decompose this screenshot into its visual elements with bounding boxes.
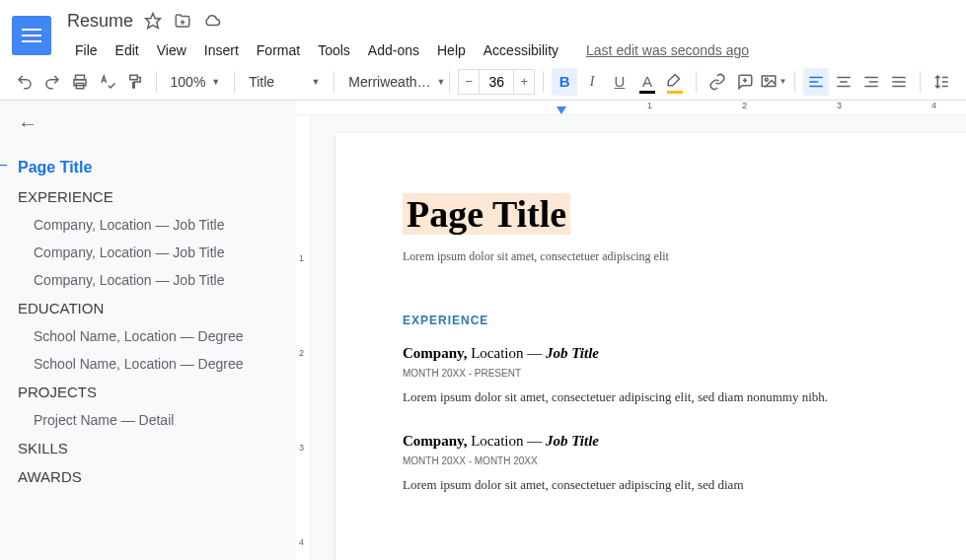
move-icon[interactable] bbox=[173, 11, 192, 31]
vruler-tick: 2 bbox=[299, 348, 304, 358]
header: Resume File Edit View Insert Format Tool… bbox=[0, 0, 966, 63]
align-center-button[interactable] bbox=[831, 68, 856, 96]
entry-date[interactable]: MONTH 20XX - MONTH 20XX bbox=[403, 455, 966, 466]
underline-button[interactable]: U bbox=[607, 68, 632, 96]
separator bbox=[696, 71, 697, 93]
svg-marker-0 bbox=[146, 14, 161, 29]
outline-item[interactable]: Company, Location — Job Title bbox=[18, 266, 278, 294]
entry-body[interactable]: Lorem ipsum dolor sit amet, consectetuer… bbox=[403, 476, 966, 495]
menu-accessibility[interactable]: Accessibility bbox=[476, 38, 566, 62]
cloud-status-icon[interactable] bbox=[202, 11, 222, 31]
align-right-button[interactable] bbox=[858, 68, 884, 96]
indent-marker[interactable] bbox=[557, 106, 566, 114]
menu-edit[interactable]: Edit bbox=[108, 38, 147, 62]
outline-item-title[interactable]: Page Title bbox=[18, 153, 278, 182]
menu-view[interactable]: View bbox=[149, 38, 194, 62]
outline-item[interactable]: SKILLS bbox=[18, 434, 278, 462]
menu-addons[interactable]: Add-ons bbox=[360, 38, 427, 62]
separator bbox=[920, 71, 921, 93]
outline-item[interactable]: Project Name — Detail bbox=[18, 406, 278, 434]
ruler-tick: 4 bbox=[931, 101, 936, 110]
separator bbox=[794, 71, 795, 93]
vruler-tick: 4 bbox=[299, 537, 304, 547]
document-page[interactable]: Page Title Lorem ipsum dolor sit amet, c… bbox=[335, 133, 966, 560]
font-size-input[interactable] bbox=[480, 69, 513, 95]
doc-title[interactable]: Resume bbox=[67, 11, 133, 32]
spellcheck-button[interactable] bbox=[95, 68, 120, 96]
line-spacing-button[interactable] bbox=[929, 68, 954, 96]
print-button[interactable] bbox=[67, 68, 93, 96]
outline-panel: ← Page Title EXPERIENCE Company, Locatio… bbox=[0, 101, 296, 560]
outline-item[interactable]: EXPERIENCE bbox=[18, 182, 278, 211]
menu-bar: File Edit View Insert Format Tools Add-o… bbox=[67, 36, 954, 64]
page-subtitle[interactable]: Lorem ipsum dolor sit amet, consectetuer… bbox=[403, 249, 966, 264]
outline-item[interactable]: AWARDS bbox=[18, 462, 278, 491]
main-area: ← Page Title EXPERIENCE Company, Locatio… bbox=[0, 101, 966, 560]
outline-item[interactable]: School Name, Location — Degree bbox=[18, 322, 278, 350]
align-justify-button[interactable] bbox=[886, 68, 912, 96]
insert-link-button[interactable] bbox=[705, 68, 730, 96]
zoom-select[interactable]: 100%▼ bbox=[165, 69, 227, 95]
bold-button[interactable]: B bbox=[552, 68, 577, 96]
font-select[interactable]: Merriweath…▼ bbox=[342, 69, 441, 95]
menu-file[interactable]: File bbox=[67, 38, 106, 62]
horizontal-ruler[interactable]: 1 2 3 4 bbox=[296, 101, 966, 115]
vruler-tick: 3 bbox=[299, 443, 304, 453]
separator bbox=[449, 71, 450, 93]
paint-format-button[interactable] bbox=[122, 68, 148, 96]
highlight-color-button[interactable] bbox=[662, 68, 688, 96]
menu-insert[interactable]: Insert bbox=[196, 38, 247, 62]
outline-item[interactable]: Company, Location — Job Title bbox=[18, 239, 278, 266]
menu-tools[interactable]: Tools bbox=[310, 38, 358, 62]
separator bbox=[543, 71, 544, 93]
docs-app-icon[interactable] bbox=[12, 16, 51, 55]
entry-title[interactable]: Company, Location — Job Title bbox=[403, 345, 966, 362]
svg-rect-4 bbox=[129, 75, 137, 80]
add-comment-button[interactable] bbox=[732, 68, 758, 96]
document-wrapper[interactable]: 1 2 3 4 1 2 3 4 Page Title Lorem ipsum d… bbox=[296, 101, 966, 560]
menu-help[interactable]: Help bbox=[429, 38, 474, 62]
font-size-increase[interactable]: + bbox=[513, 69, 535, 95]
svg-point-6 bbox=[765, 78, 768, 81]
star-icon[interactable] bbox=[143, 11, 163, 31]
ruler-tick: 3 bbox=[837, 101, 842, 110]
paragraph-style-select[interactable]: Title▼ bbox=[243, 69, 326, 95]
redo-button[interactable] bbox=[39, 68, 65, 96]
page-title[interactable]: Page Title bbox=[403, 193, 570, 235]
entry-title[interactable]: Company, Location — Job Title bbox=[403, 433, 966, 450]
vruler-tick: 1 bbox=[299, 253, 304, 263]
outline-item[interactable]: Company, Location — Job Title bbox=[18, 211, 278, 239]
outline-item[interactable]: EDUCATION bbox=[18, 294, 278, 322]
ruler-tick: 1 bbox=[647, 101, 652, 110]
outline-item[interactable]: School Name, Location — Degree bbox=[18, 350, 278, 378]
undo-button[interactable] bbox=[12, 68, 37, 96]
entry-body[interactable]: Lorem ipsum dolor sit amet, consectetuer… bbox=[403, 388, 966, 407]
ruler-tick: 2 bbox=[742, 101, 747, 110]
section-heading[interactable]: EXPERIENCE bbox=[403, 314, 966, 327]
outline-back-icon[interactable]: ← bbox=[18, 112, 278, 135]
vertical-ruler[interactable]: 1 2 3 4 bbox=[296, 115, 311, 560]
font-size-control: − + bbox=[458, 69, 535, 95]
separator bbox=[156, 71, 157, 93]
font-size-decrease[interactable]: − bbox=[458, 69, 480, 95]
outline-item[interactable]: PROJECTS bbox=[18, 378, 278, 406]
last-edit-link[interactable]: Last edit was seconds ago bbox=[586, 42, 749, 58]
align-left-button[interactable] bbox=[803, 68, 829, 96]
italic-button[interactable]: I bbox=[579, 68, 605, 96]
toolbar: 100%▼ Title▼ Merriweath…▼ − + B I U A ▼ bbox=[0, 63, 966, 101]
insert-image-button[interactable]: ▼ bbox=[760, 68, 787, 96]
text-color-button[interactable]: A bbox=[634, 68, 660, 96]
separator bbox=[334, 71, 334, 93]
entry-date[interactable]: MONTH 20XX - PRESENT bbox=[403, 368, 966, 379]
separator bbox=[234, 71, 235, 93]
menu-format[interactable]: Format bbox=[249, 38, 308, 62]
